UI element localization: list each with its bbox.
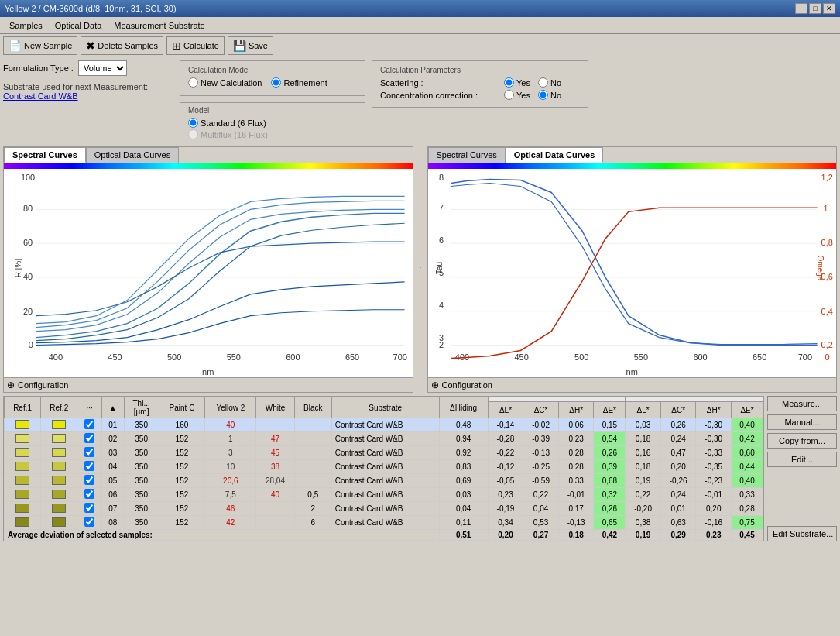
svg-text:80: 80: [23, 204, 33, 213]
table-row: 0,20: [660, 460, 696, 474]
edit-button[interactable]: Edit...: [767, 452, 837, 467]
table-row: [5, 418, 41, 432]
concentration-radios: Yes No: [504, 90, 561, 100]
scattering-yes[interactable]: Yes: [504, 77, 530, 88]
measure-button[interactable]: Measure...: [767, 396, 837, 411]
col-white: White: [256, 397, 295, 418]
calc-mode-title: Calculation Mode: [188, 66, 357, 74]
svg-text:700: 700: [393, 352, 407, 362]
left-y-label: R [%]: [14, 258, 22, 277]
table-row: [294, 432, 331, 446]
new-sample-button[interactable]: 📄 New Sample: [3, 36, 77, 55]
table-row: [77, 474, 102, 488]
radio-refinement[interactable]: Refinement: [271, 77, 327, 88]
svg-text:60: 60: [23, 238, 33, 247]
table-row: [77, 502, 102, 516]
table-row: [294, 446, 331, 460]
avg-de2: 0,45: [732, 530, 763, 541]
svg-text:20: 20: [23, 307, 33, 316]
tab-optical-data-curves-right[interactable]: Optical Data Curves: [506, 147, 604, 163]
maximize-button[interactable]: □: [809, 3, 821, 14]
table-row: [5, 488, 41, 502]
col-dl2: ΔL*: [626, 402, 661, 418]
table-row: [41, 460, 77, 474]
concentration-row: Concentration correction : Yes No: [380, 90, 580, 100]
table-row: [294, 460, 331, 474]
table-row: [41, 516, 77, 530]
left-config-label[interactable]: Configuration: [18, 380, 68, 390]
bottom-area: Ref.1 Ref.2 ··· ▲ Thi...[μm] Paint C Yel…: [3, 396, 837, 541]
table-row: [77, 460, 102, 474]
table-row: 42: [205, 516, 256, 530]
manual-button[interactable]: Manual...: [767, 414, 837, 430]
calc-mode-box: Calculation Mode New Calculation Refinem…: [180, 60, 365, 96]
table-row: 0,26: [660, 418, 696, 432]
delete-samples-button[interactable]: ✖ Delete Samples: [81, 36, 163, 55]
table-row: 02: [101, 432, 124, 446]
formulation-select[interactable]: Volume Weight Parts: [78, 60, 127, 76]
substrate-link[interactable]: Contrast Card W&B: [3, 91, 78, 101]
table-row: 160: [159, 418, 205, 432]
edit-substrate-button[interactable]: Edit Substrate...: [767, 526, 837, 541]
table-row: 350: [124, 460, 159, 474]
calc-params-title: Calculation Parameters: [380, 66, 580, 74]
table-row: 0,28: [558, 446, 594, 460]
col-dl1: ΔL*: [488, 402, 523, 418]
table-row: 0,44: [732, 460, 763, 474]
table-row: 0,16: [626, 446, 661, 460]
table-row: 0,22: [523, 488, 559, 502]
minimize-button[interactable]: _: [795, 3, 807, 14]
right-config-label[interactable]: Configuration: [442, 380, 492, 390]
chart-splitter[interactable]: ⋮: [417, 146, 424, 393]
concentration-yes[interactable]: Yes: [504, 90, 530, 100]
right-x-label: nm: [428, 366, 837, 377]
table-row: 0,60: [732, 446, 763, 460]
left-config-expand[interactable]: ⊕: [7, 380, 15, 390]
table-row: 0,63: [660, 516, 696, 530]
table-row: 152: [159, 432, 205, 446]
right-y-label-omega: Omega: [816, 255, 825, 280]
col-de2: ΔE*: [732, 402, 763, 418]
svg-text:6: 6: [438, 235, 443, 245]
calculate-button[interactable]: ⊞ Calculate: [166, 36, 225, 55]
right-chart-area: Tau Omega 8 7 6 5 4 3 2 1,2 1 0,8 0,6 0,…: [428, 169, 837, 366]
left-x-label: nm: [4, 366, 413, 377]
table-row: 1: [205, 432, 256, 446]
col-de1: ΔE*: [594, 402, 626, 418]
copy-from-button[interactable]: Copy from...: [767, 433, 837, 449]
tab-optical-data-curves-left[interactable]: Optical Data Curves: [86, 147, 179, 163]
avg-dl2: 0,19: [626, 530, 661, 541]
table-row: 0,18: [626, 432, 661, 446]
substrate-label: Substrate used for next Measurement:: [3, 82, 173, 91]
col-black: Black: [294, 397, 331, 418]
svg-text:450: 450: [514, 352, 528, 362]
right-config-expand[interactable]: ⊕: [431, 380, 439, 390]
save-button[interactable]: 💾 Save: [228, 36, 273, 55]
radio-standard-flux[interactable]: Standard (6 Flux): [188, 118, 357, 128]
radio-new-calc[interactable]: New Calculation: [188, 77, 262, 88]
table-row: -0,13: [523, 446, 559, 460]
radio-multiflux[interactable]: Multiflux (16 Flux): [188, 129, 357, 139]
right-chart-panel: Spectral Curves Optical Data Curves Tau …: [427, 146, 838, 393]
avg-dh1: 0,18: [558, 530, 594, 541]
left-chart-svg: 100 80 60 40 20 0 400 450 500 550 600 65…: [4, 169, 413, 366]
menu-measurement-substrate[interactable]: Measurement Substrate: [108, 19, 211, 32]
table-row: Contrast Card W&B: [331, 474, 439, 488]
table-row: -0,20: [626, 502, 661, 516]
table-row: 0,69: [439, 474, 488, 488]
table-row: 0,33: [732, 488, 763, 502]
tab-spectral-curves-left[interactable]: Spectral Curves: [4, 147, 86, 163]
concentration-no[interactable]: No: [538, 90, 561, 100]
window-controls[interactable]: _ □ ✕: [795, 3, 835, 14]
table-row: 0,15: [594, 418, 626, 432]
svg-text:0: 0: [29, 341, 33, 350]
table-row: 152: [159, 474, 205, 488]
menu-samples[interactable]: Samples: [3, 19, 49, 32]
tab-spectral-curves-right[interactable]: Spectral Curves: [428, 147, 506, 163]
table-row: 0,26: [594, 446, 626, 460]
table-row: 0,01: [660, 502, 696, 516]
table-row: 01: [101, 418, 124, 432]
menu-optical-data[interactable]: Optical Data: [49, 19, 108, 32]
scattering-no[interactable]: No: [538, 77, 561, 88]
close-button[interactable]: ✕: [823, 3, 835, 14]
